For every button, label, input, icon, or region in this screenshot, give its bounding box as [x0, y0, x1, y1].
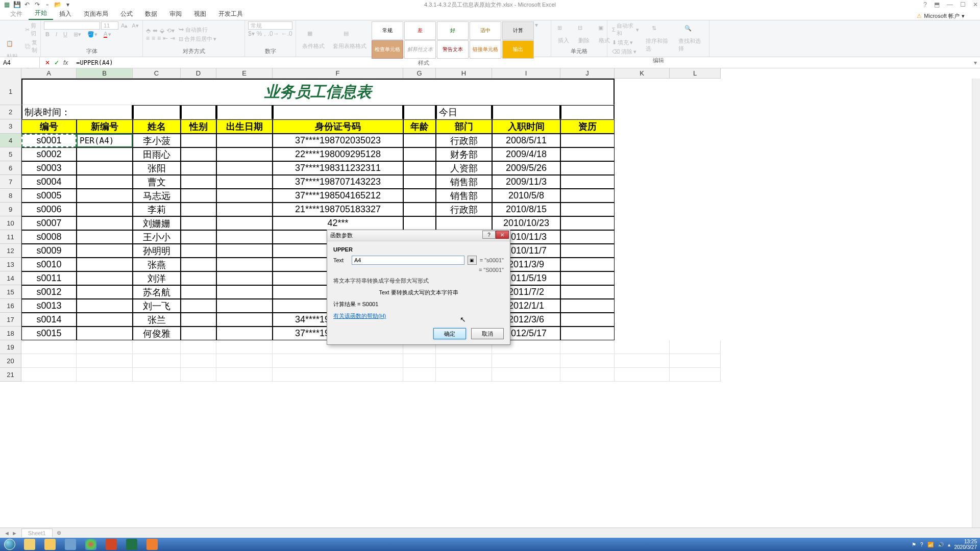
cell[interactable]: 苏名航	[133, 285, 181, 299]
cell[interactable]	[492, 105, 560, 119]
cell[interactable]: 财务部	[436, 147, 492, 161]
style-normal[interactable]: 常规	[372, 21, 403, 40]
tab-formulas[interactable]: 公式	[114, 8, 139, 20]
close-icon[interactable]: ✕	[973, 1, 978, 8]
cell[interactable]: s0003	[21, 161, 77, 175]
cell[interactable]	[181, 354, 216, 368]
col-header-G[interactable]: G	[403, 68, 436, 78]
vertical-scrollbar[interactable]	[972, 79, 980, 528]
cell[interactable]	[181, 299, 216, 313]
clear-button[interactable]: ⌫ 清除▾	[610, 47, 641, 56]
cell[interactable]	[77, 230, 133, 244]
cell[interactable]	[216, 134, 273, 147]
cell[interactable]	[403, 354, 436, 368]
cell[interactable]: 行政部	[436, 203, 492, 216]
tray-flag-icon[interactable]: ⚑	[912, 542, 916, 547]
cell[interactable]: 新编号	[77, 119, 133, 134]
row-header-9[interactable]: 9	[0, 203, 21, 216]
cell[interactable]	[216, 313, 273, 327]
comma-icon[interactable]: ,	[264, 30, 265, 37]
ribbon-toggle-icon[interactable]: ⬒	[934, 1, 940, 8]
cell-styles-gallery[interactable]: 常规 差 好 适中 计算 检查单元格 解释性文本 警告文本 链接单元格 输出 ▾	[372, 21, 538, 59]
cell[interactable]: 入职时间	[492, 119, 560, 134]
col-header-L[interactable]: L	[670, 68, 721, 78]
cell[interactable]	[560, 203, 615, 216]
cell[interactable]	[615, 354, 670, 368]
conditional-format-button[interactable]: ▦条件格式	[299, 29, 328, 51]
autosum-button[interactable]: Σ 自动求和▾	[610, 21, 641, 38]
tab-home[interactable]: 开始	[29, 7, 53, 20]
cell[interactable]	[560, 299, 615, 313]
cut-button[interactable]: ✂剪切	[23, 21, 39, 38]
format-as-table-button[interactable]: ▤套用表格格式	[330, 29, 370, 51]
cell[interactable]: 销售部	[436, 189, 492, 203]
col-header-K[interactable]: K	[615, 68, 670, 78]
cell[interactable]	[615, 79, 670, 105]
cell[interactable]	[181, 147, 216, 161]
row-header-21[interactable]: 21	[0, 368, 21, 382]
cell[interactable]	[492, 354, 560, 368]
col-header-C[interactable]: C	[133, 68, 181, 78]
cell[interactable]: 刘姗姗	[133, 216, 181, 230]
cell[interactable]	[216, 299, 273, 313]
cell[interactable]	[560, 216, 615, 230]
cell[interactable]	[560, 354, 615, 368]
minimize-icon[interactable]: —	[947, 1, 953, 8]
cell[interactable]	[560, 105, 615, 119]
dialog-titlebar[interactable]: 函数参数 ? ✕	[327, 230, 510, 241]
cell[interactable]	[273, 354, 403, 368]
cell[interactable]	[181, 313, 216, 327]
align-mid-icon[interactable]: ⬌	[153, 27, 158, 34]
cell[interactable]	[77, 285, 133, 299]
cell[interactable]: 李莉	[133, 203, 181, 216]
cell[interactable]	[403, 147, 436, 161]
cell[interactable]	[77, 368, 133, 382]
cell[interactable]	[77, 327, 133, 340]
cell[interactable]	[181, 189, 216, 203]
cell[interactable]	[670, 340, 721, 354]
cell[interactable]	[403, 161, 436, 175]
cell[interactable]: 2009/4/18	[492, 147, 560, 161]
align-bot-icon[interactable]: ⬙	[160, 27, 164, 34]
taskbar-app3[interactable]	[142, 538, 162, 551]
cell[interactable]: 出生日期	[216, 119, 273, 134]
cell[interactable]	[560, 258, 615, 271]
cell[interactable]	[216, 161, 273, 175]
cell[interactable]	[560, 327, 615, 340]
add-sheet-icon[interactable]: ⊕	[53, 530, 65, 536]
cell[interactable]	[181, 134, 216, 147]
row-header-14[interactable]: 14	[0, 271, 21, 285]
accept-formula-icon[interactable]: ✓	[54, 59, 59, 66]
border-button[interactable]: ⊞▾	[72, 30, 83, 38]
indent-inc-icon[interactable]: ⇥	[170, 35, 175, 42]
cell[interactable]	[403, 175, 436, 189]
cell[interactable]: 2010/5/8	[492, 189, 560, 203]
tray-clock[interactable]: 13:25 2020/3/27	[954, 539, 977, 550]
cell[interactable]	[560, 230, 615, 244]
cell[interactable]	[181, 230, 216, 244]
font-color-button[interactable]: A▾	[102, 30, 113, 38]
row-header-2[interactable]: 2	[0, 105, 21, 119]
number-format-select[interactable]	[248, 21, 292, 30]
cell[interactable]	[492, 368, 560, 382]
cell[interactable]: 张兰	[133, 313, 181, 327]
cell[interactable]	[181, 175, 216, 189]
cell[interactable]	[181, 244, 216, 258]
cell[interactable]	[181, 368, 216, 382]
font-name-select[interactable]	[44, 21, 100, 30]
row-header-11[interactable]: 11	[0, 230, 21, 244]
cell[interactable]: 李小菠	[133, 134, 181, 147]
row-header-5[interactable]: 5	[0, 147, 21, 161]
cell[interactable]	[77, 258, 133, 271]
dec-decimal-icon[interactable]: ←.0	[281, 30, 292, 37]
indent-dec-icon[interactable]: ⇤	[163, 35, 168, 42]
col-header-D[interactable]: D	[181, 68, 216, 78]
cell[interactable]	[436, 216, 492, 230]
cell[interactable]: 部门	[436, 119, 492, 134]
cell[interactable]: 2010/10/23	[492, 216, 560, 230]
style-calc[interactable]: 计算	[502, 21, 534, 40]
cell[interactable]: s0014	[21, 313, 77, 327]
row-header-3[interactable]: 3	[0, 119, 21, 134]
cancel-button[interactable]: 取消	[471, 328, 504, 339]
style-bad[interactable]: 差	[404, 21, 436, 40]
